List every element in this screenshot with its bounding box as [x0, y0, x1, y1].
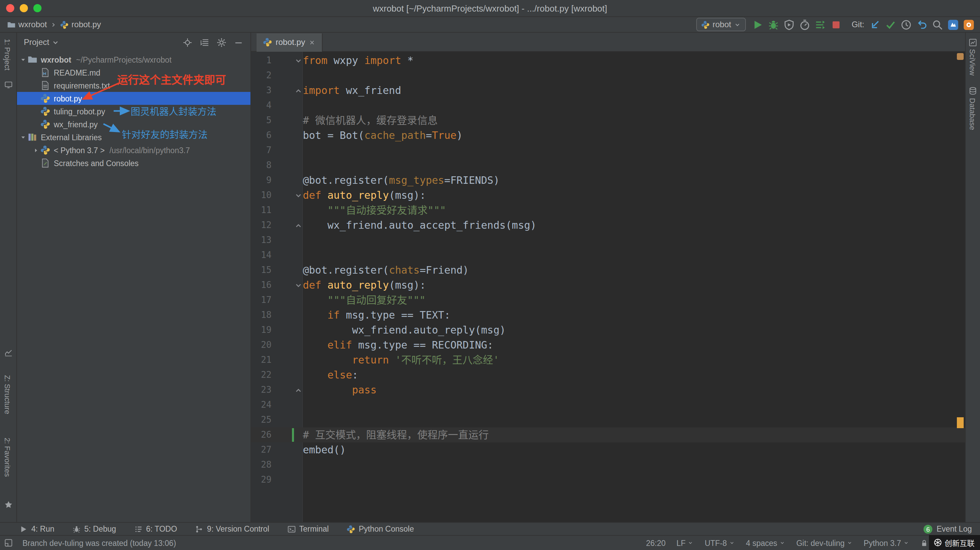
code-line-1[interactable]: 1from wxpy import * — [251, 53, 965, 68]
commit-button[interactable] — [885, 19, 896, 30]
concurrency-diagram-button[interactable] — [815, 19, 827, 30]
tree-item-python-3-7[interactable]: < Python 3.7 >/usr/local/bin/python3.7 — [17, 143, 250, 156]
toolwindow-event-log[interactable]: 6 Event Log — [924, 524, 972, 533]
tree-item-wx-friend-py[interactable]: wx_friend.py — [17, 118, 250, 131]
plugin-orange-button[interactable] — [963, 19, 975, 30]
code-line-19[interactable]: 19 wx_friend.auto_reply(msg) — [251, 323, 965, 338]
code-line-5[interactable]: 5# 微信机器人，缓存登录信息 — [251, 113, 965, 128]
code-line-28[interactable]: 28 — [251, 458, 965, 472]
tree-item-tuling-robot-py[interactable]: tuling_robot.py — [17, 105, 250, 118]
code-line-7[interactable]: 7 — [251, 143, 965, 158]
code-line-20[interactable]: 20 elif msg.type == RECORDING: — [251, 338, 965, 352]
toolwindow-debug[interactable]: 5: Debug — [72, 524, 116, 533]
code-line-2[interactable]: 2 — [251, 68, 965, 83]
favorites-star-icon[interactable] — [4, 500, 13, 512]
tree-expand-icon[interactable] — [19, 133, 27, 141]
fold-marker-icon[interactable] — [294, 222, 302, 229]
code-line-14[interactable]: 14 — [251, 248, 965, 263]
tree-item-scratches-and-consoles[interactable]: Scratches and Consoles — [17, 156, 250, 169]
code-line-25[interactable]: 25 — [251, 413, 965, 427]
line-separator-widget[interactable]: LF — [676, 539, 694, 547]
code-line-22[interactable]: 22 else: — [251, 368, 965, 383]
toolwindow-run[interactable]: 4: Run — [19, 524, 54, 533]
plugin-blue-button[interactable] — [947, 19, 959, 30]
search-everywhere-button[interactable] — [932, 19, 943, 30]
code-line-29[interactable]: 29 — [251, 472, 965, 487]
stop-button[interactable] — [830, 19, 842, 30]
inspections-indicator[interactable] — [957, 53, 964, 60]
code-line-18[interactable]: 18 if msg.type == TEXT: — [251, 308, 965, 323]
scrollbar-warning-mark[interactable] — [957, 417, 964, 428]
sciview-icon[interactable] — [969, 37, 977, 50]
code-line-13[interactable]: 13 — [251, 233, 965, 248]
code-line-23[interactable]: 23 pass — [251, 383, 965, 397]
tree-expand-icon[interactable] — [32, 146, 40, 154]
toolwindow-project[interactable]: 1: Project — [3, 39, 11, 70]
tree-item-robot-py[interactable]: robot.py — [17, 92, 250, 105]
profiler-button[interactable] — [799, 19, 811, 30]
fold-marker-icon[interactable] — [294, 386, 302, 394]
close-tab-icon[interactable] — [309, 38, 316, 46]
chevron-down-icon[interactable] — [51, 38, 60, 47]
caret-position-widget[interactable]: 26:20 — [646, 539, 666, 547]
fold-marker-icon[interactable] — [294, 281, 302, 289]
code-line-10[interactable]: 10def auto_reply(msg): — [251, 188, 965, 203]
run-configuration-selector[interactable]: robot — [696, 18, 746, 31]
debug-button[interactable] — [768, 19, 780, 30]
code-line-11[interactable]: 11 """自动接受好友请求""" — [251, 203, 965, 218]
code-line-21[interactable]: 21 return '不听不听，王八念经' — [251, 352, 965, 368]
history-button[interactable] — [900, 19, 912, 30]
zoom-window-button[interactable] — [33, 4, 41, 12]
close-window-button[interactable] — [6, 4, 14, 12]
code-line-4[interactable]: 4 — [251, 98, 965, 113]
toolwindow-structure[interactable]: Z: Structure — [3, 375, 11, 414]
indent-widget[interactable]: 4 spaces — [746, 539, 785, 547]
settings-gear-button[interactable] — [216, 37, 227, 47]
code-line-6[interactable]: 6bot = Bot(cache_path=True) — [251, 128, 965, 143]
editor-tab-robot-py[interactable]: robot.py — [256, 33, 323, 51]
interpreter-widget[interactable]: Python 3.7 — [864, 539, 909, 547]
toolwindow-todo[interactable]: 6: TODO — [134, 524, 177, 533]
run-with-coverage-button[interactable] — [784, 19, 795, 30]
code-line-3[interactable]: 3import wx_friend — [251, 83, 965, 98]
toolwindow-switcher-icon[interactable] — [4, 539, 13, 547]
minimize-window-button[interactable] — [20, 4, 28, 12]
tree-item-external-libraries[interactable]: External Libraries — [17, 131, 250, 143]
rollback-button[interactable] — [916, 19, 928, 30]
tree-item-wxrobot[interactable]: wxrobot~/PycharmProjects/wxrobot — [17, 53, 250, 66]
hide-panel-button[interactable] — [234, 37, 243, 47]
editor-body[interactable]: 1from wxpy import *23import wx_friend45#… — [251, 52, 965, 522]
toolwindow-python-console[interactable]: Python Console — [347, 524, 414, 533]
tree-expand-icon[interactable] — [19, 56, 27, 64]
readonly-lock-icon[interactable] — [920, 539, 928, 547]
breadcrumb-item-wxrobot[interactable]: wxrobot — [7, 20, 47, 29]
preview-icon[interactable] — [4, 80, 13, 92]
code-line-15[interactable]: 15@bot.register(chats=Friend) — [251, 263, 965, 278]
toolwindow-terminal[interactable]: Terminal — [287, 524, 329, 533]
git-branch-widget[interactable]: Git: dev-tuling — [796, 539, 853, 547]
code-line-9[interactable]: 9@bot.register(msg_types=FRIENDS) — [251, 173, 965, 188]
code-line-24[interactable]: 24 — [251, 397, 965, 413]
code-line-8[interactable]: 8 — [251, 158, 965, 173]
toolwindow-version-control[interactable]: 9: Version Control — [195, 524, 269, 533]
toolwindow-favorites[interactable]: 2: Favorites — [3, 438, 11, 477]
collapse-all-button[interactable] — [199, 37, 210, 47]
database-icon[interactable] — [969, 86, 977, 98]
code-line-17[interactable]: 17 """自动回复好友""" — [251, 293, 965, 308]
code-line-26[interactable]: 26# 互交模式，阻塞线程，使程序一直运行 — [251, 427, 965, 442]
locate-file-button[interactable] — [182, 37, 192, 47]
fold-marker-icon[interactable] — [294, 191, 302, 199]
encoding-widget[interactable]: UTF-8 — [705, 539, 735, 547]
tree-item-requirements-txt[interactable]: requirements.txt — [17, 79, 250, 92]
fold-marker-icon[interactable] — [294, 87, 302, 94]
code-line-27[interactable]: 27embed() — [251, 442, 965, 458]
toolwindow-database[interactable]: Database — [969, 98, 977, 130]
chart-icon[interactable] — [4, 348, 13, 360]
toolwindow-sciview[interactable]: SciView — [969, 49, 977, 76]
code-editor[interactable]: 1from wxpy import *23import wx_friend45#… — [251, 53, 965, 487]
tree-item-readme-md[interactable]: README.md — [17, 66, 250, 79]
fold-marker-icon[interactable] — [294, 57, 302, 64]
project-panel-title[interactable]: Project — [24, 37, 49, 47]
update-project-button[interactable] — [869, 19, 881, 30]
code-line-12[interactable]: 12 wx_friend.auto_accept_friends(msg) — [251, 218, 965, 233]
